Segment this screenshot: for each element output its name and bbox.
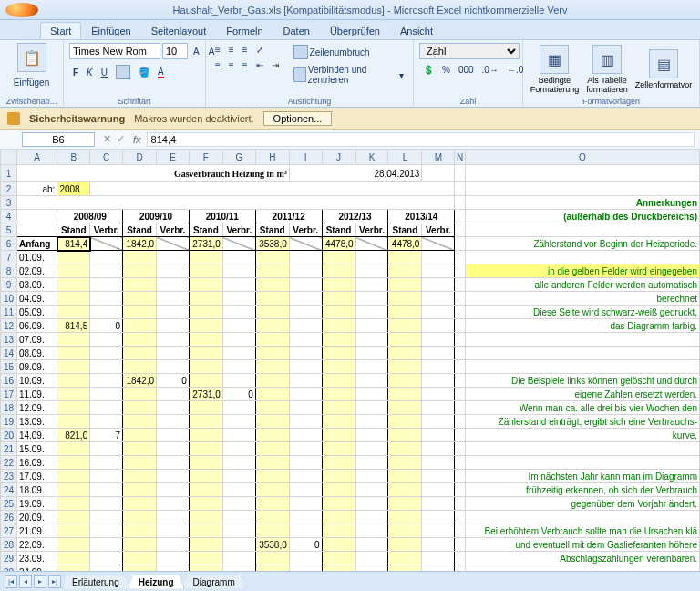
cell-K19[interactable]	[355, 415, 388, 429]
date-07.09.[interactable]: 07.09.	[16, 333, 57, 347]
cell-C15[interactable]	[90, 360, 123, 374]
cell-H24[interactable]	[255, 483, 289, 497]
ann-row-7[interactable]	[465, 251, 699, 264]
cell-L23[interactable]	[388, 470, 422, 483]
cell-D16[interactable]: 1842,0	[123, 374, 157, 388]
col-H[interactable]: H	[255, 150, 289, 165]
cell-L21[interactable]	[388, 442, 422, 456]
cell-M25[interactable]	[422, 497, 455, 511]
ab-label[interactable]: ab:	[16, 182, 57, 196]
ann-row-17[interactable]: eigene Zahlen ersetzt werden.	[465, 388, 699, 401]
cell-B25[interactable]	[57, 497, 90, 511]
cell-G12[interactable]	[222, 319, 255, 333]
yh-0[interactable]: 2008/09	[57, 210, 123, 223]
date-11.09.[interactable]: 11.09.	[16, 388, 57, 401]
cell-J18[interactable]	[322, 401, 355, 415]
format-table-icon[interactable]: ▥	[592, 45, 622, 74]
cell-E22[interactable]	[157, 456, 190, 470]
cell-M13[interactable]	[422, 333, 455, 347]
cell-D15[interactable]	[123, 360, 157, 374]
cell-B15[interactable]	[57, 360, 90, 374]
ann-row-29[interactable]: Abschlagszahlungen vereinbaren.	[465, 552, 699, 565]
cell-B7[interactable]	[57, 251, 90, 264]
cell-B22[interactable]	[57, 456, 90, 470]
cell-H18[interactable]	[255, 401, 289, 415]
cell-G11[interactable]	[222, 306, 255, 319]
cancel-icon[interactable]: ✕	[100, 133, 114, 145]
orientation-icon[interactable]: ⤢	[252, 43, 267, 57]
wrap-text-button[interactable]: Zeilenumbruch	[290, 43, 407, 61]
cell-J29[interactable]	[322, 552, 355, 565]
cell-H7[interactable]	[255, 251, 289, 264]
cell-D30[interactable]	[123, 565, 157, 572]
date-06.09.[interactable]: 06.09.	[16, 319, 57, 333]
cell-L14[interactable]	[388, 347, 422, 360]
date-13.09.[interactable]: 13.09.	[16, 415, 57, 429]
cell-L29[interactable]	[388, 552, 422, 565]
align-center-icon[interactable]: ≡	[225, 58, 238, 72]
col-N[interactable]: N	[455, 150, 466, 165]
date-08.09.[interactable]: 08.09.	[16, 347, 57, 360]
cell-K7[interactable]	[355, 251, 388, 264]
anfang-label[interactable]: Anfang	[16, 237, 57, 251]
cell-M9[interactable]	[422, 278, 455, 292]
cell-G26[interactable]	[222, 511, 255, 524]
cell-H11[interactable]	[255, 306, 289, 319]
cell-F10[interactable]	[189, 292, 222, 306]
cell-L9[interactable]	[388, 278, 422, 292]
cell-G18[interactable]	[222, 401, 255, 415]
col-G[interactable]: G	[222, 150, 255, 165]
cell-H19[interactable]	[255, 415, 289, 429]
cell-G24[interactable]	[222, 483, 255, 497]
cell-G20[interactable]	[222, 429, 255, 442]
cell-G8[interactable]	[222, 264, 255, 278]
cell-H20[interactable]	[255, 429, 289, 442]
cell-E20[interactable]	[157, 429, 190, 442]
col-D[interactable]: D	[123, 150, 157, 165]
date-10.09.[interactable]: 10.09.	[16, 374, 57, 388]
sheet-tab-heizung[interactable]: Heizung	[129, 575, 184, 589]
cell-C7[interactable]	[90, 251, 123, 264]
underline-button[interactable]: U	[98, 63, 111, 81]
cell-I9[interactable]	[289, 278, 322, 292]
cell-G22[interactable]	[222, 456, 255, 470]
row-30[interactable]: 30	[1, 565, 17, 572]
row-11[interactable]: 11	[1, 306, 17, 319]
cell-G23[interactable]	[222, 470, 255, 483]
col-M[interactable]: M	[422, 150, 455, 165]
cell-H27[interactable]	[255, 524, 289, 538]
row-27[interactable]: 27	[1, 524, 17, 538]
cell-C14[interactable]	[90, 347, 123, 360]
cell-H15[interactable]	[255, 360, 289, 374]
indent-dec-icon[interactable]: ⇤	[252, 58, 267, 72]
ann-l1[interactable]: Zählerstand vor Beginn der Heizperiode.	[465, 237, 699, 251]
yh-4[interactable]: 2012/13	[322, 210, 388, 223]
row-28[interactable]: 28	[1, 538, 17, 552]
cell-I17[interactable]	[289, 388, 322, 401]
cell-J20[interactable]	[322, 429, 355, 442]
cell-M22[interactable]	[422, 456, 455, 470]
cell-D7[interactable]	[123, 251, 157, 264]
cell-I20[interactable]	[289, 429, 322, 442]
cell-B20[interactable]: 821,0	[57, 429, 90, 442]
ann-row-12[interactable]: das Diagramm farbig.	[465, 319, 699, 333]
cell-F30[interactable]	[189, 565, 222, 572]
cell-L12[interactable]	[388, 319, 422, 333]
ann-row-25[interactable]: gegenüber dem Vorjahr ändert.	[465, 497, 699, 511]
cell-C10[interactable]	[90, 292, 123, 306]
row-9[interactable]: 9	[1, 278, 17, 292]
cell-G7[interactable]	[222, 251, 255, 264]
row-18[interactable]: 18	[1, 401, 17, 415]
cell-styles-icon[interactable]: ▤	[649, 49, 678, 78]
cell-M16[interactable]	[422, 374, 455, 388]
cell-B16[interactable]	[57, 374, 90, 388]
ann-row-8[interactable]: in die gelben Felder wird eingegeben	[465, 264, 699, 278]
cell-I28[interactable]: 0	[289, 538, 322, 552]
cell-I21[interactable]	[289, 442, 322, 456]
paste-icon[interactable]: 📋	[17, 43, 46, 72]
select-all-corner[interactable]	[1, 150, 17, 165]
cell-H9[interactable]	[255, 278, 289, 292]
align-middle-icon[interactable]: ≡	[225, 43, 238, 57]
cell-C13[interactable]	[90, 333, 123, 347]
cell-B18[interactable]	[57, 401, 90, 415]
